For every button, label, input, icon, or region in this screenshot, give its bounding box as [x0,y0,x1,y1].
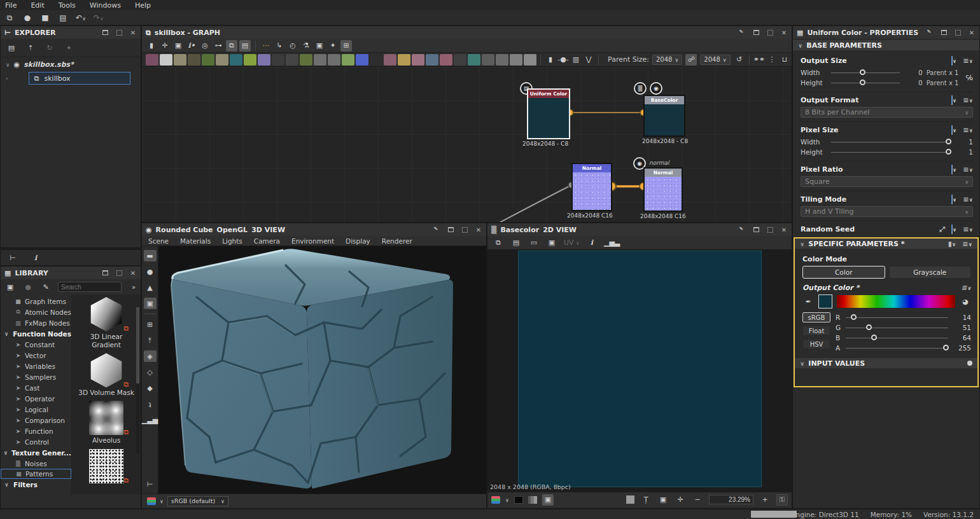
comment-icon[interactable]: ▮ [545,54,556,66]
node-type-icon[interactable] [314,54,326,66]
library-asset-3d-volume-mask[interactable]: ⧉ [89,353,123,387]
param-menu-icon[interactable] [962,240,972,248]
library-item-patterns[interactable]: ▩Patterns [1,469,71,479]
zoom-out-icon[interactable]: ─ [692,494,703,506]
fit-view-icon[interactable]: ▣ [657,494,669,506]
library-item-function-nodes[interactable]: Function Nodes [1,328,71,339]
width-slider[interactable] [831,73,900,73]
node-type-icon[interactable] [188,54,200,66]
float-button[interactable]: Float [802,326,830,336]
export-icon[interactable]: ⇡ [25,42,36,53]
color-picker-icon[interactable]: ◕ [960,296,971,307]
base-parameters-section[interactable]: BASE PARAMETERS [793,40,979,50]
float-icon[interactable] [447,226,454,233]
paint-filter-icon[interactable]: ● [22,281,34,293]
b-slider[interactable] [846,338,948,338]
color-mode-color-button[interactable]: Color [802,266,885,279]
environment-icon[interactable]: ▲ [144,282,157,293]
node-param-icon[interactable] [951,225,957,233]
close-icon[interactable] [780,29,788,36]
node-type-icon[interactable] [510,54,522,66]
library-scrollbar[interactable] [136,307,139,453]
height-slider[interactable] [831,152,950,153]
undo-icon[interactable]: ↶ [75,12,87,24]
scene-tree-icon[interactable]: ⊢ [144,478,157,490]
eyedropper-icon[interactable]: ✒ [802,296,814,307]
collapse-icon[interactable] [6,60,10,69]
specific-parameters-section[interactable]: SPECIFIC PARAMETERS * ▮ [795,239,977,249]
parent-height-dropdown[interactable]: 2048 [700,55,730,65]
node-type-icon[interactable] [454,54,466,66]
uv-toggle[interactable]: UV [564,237,580,249]
node-type-icon[interactable] [328,54,340,66]
node-type-icon[interactable] [468,54,480,66]
node-type-icon[interactable] [160,54,172,66]
output-format-dropdown[interactable]: 8 Bits per Channel [801,107,973,118]
hsv-button[interactable]: HSV [802,339,830,349]
menu-windows[interactable]: Windows [90,1,121,10]
node-type-icon[interactable] [496,54,508,66]
save-image-icon[interactable]: ▤ [510,237,522,249]
library-item-comparison[interactable]: ➤Comparison [1,415,71,426]
close-icon[interactable] [475,226,482,233]
float-icon[interactable] [752,226,760,233]
info-icon[interactable]: i• [186,40,197,52]
edit-icon[interactable]: ✎ [40,281,52,293]
input-values-section[interactable]: INPUT VALUES [795,358,977,368]
library-asset-alveolus[interactable]: ⧉ [89,401,123,435]
library-item-control[interactable]: ➤Control [1,436,71,447]
screenshot-icon[interactable]: ▣ [172,40,184,52]
link-percent-icon[interactable]: ℅ [966,74,973,82]
graph-mode-icon[interactable]: ⧉ [226,40,237,52]
pan-icon[interactable]: ✛ [675,494,686,506]
library-item-fxmap-nodes[interactable]: ▥FxMap Nodes [1,317,71,328]
info-icon[interactable]: i [586,237,598,249]
node-param-icon[interactable] [951,57,957,65]
node-normal-output[interactable]: Normal [643,167,683,212]
node-basecolor[interactable]: BaseColor [643,95,685,137]
graph-tree-item[interactable]: ⧉ skillbox [29,72,130,85]
menu-camera[interactable]: Camera [254,237,280,245]
close-icon[interactable] [129,29,137,36]
param-menu-icon[interactable] [963,165,973,174]
gray-swatch[interactable] [626,495,634,504]
display-monitor-icon[interactable]: ▣ [542,494,554,506]
dot-node-icon[interactable]: -●- [557,54,569,66]
add-folder-icon[interactable]: ▣ [4,281,16,293]
package-row[interactable]: ◉ skillbox.sbs* [1,57,141,71]
node-uniform-color[interactable]: Uniform Color [527,88,570,139]
view-2d-viewport[interactable]: 2048 x 2048 (RGBA, 8bpc) [487,250,792,492]
chain-icon[interactable]: ⚭⚭ [753,54,765,66]
maximize-icon[interactable] [115,29,123,36]
param-menu-icon[interactable] [961,284,971,292]
node-type-icon[interactable] [244,54,256,66]
search-more-icon[interactable]: » [128,281,139,293]
node-param-icon[interactable] [951,126,957,134]
histogram-icon[interactable]: ▁▃▅ [144,414,157,426]
library-asset-3d-linear-gradient[interactable]: ⧉ [89,297,123,331]
node-type-icon[interactable] [286,54,298,66]
library-item-logical[interactable]: ➤Logical [1,404,71,415]
library-item-graph-items[interactable]: ■Graph Items [1,296,71,307]
zoom-in-icon[interactable]: + [759,494,771,506]
graph-canvas[interactable]: ▤ Uniform Color 2048x2048 - C8 ▒ ◉ BaseC… [142,67,792,222]
menu-lights[interactable]: Lights [222,237,242,245]
clean-icon[interactable]: ✦ [63,42,74,53]
background-icon[interactable]: ▣ [546,237,557,249]
node-type-icon[interactable] [174,54,186,66]
link-cursor-icon[interactable]: ⊶ [213,40,224,52]
library-item-constant[interactable]: ➤Constant [1,339,71,350]
pin-icon[interactable] [737,225,748,235]
link-wh-icon[interactable]: ☍ [685,54,697,66]
close-icon[interactable] [780,226,788,233]
paint-icon[interactable]: ● [22,12,33,24]
node-type-icon[interactable] [398,54,410,66]
channels-icon[interactable] [528,496,537,504]
timer-icon[interactable]: ◴ [287,40,298,52]
clean-icon[interactable]: ✦ [327,40,339,52]
library-item-texture-generators[interactable]: Texture Gener... [1,447,71,458]
library-item-samplers[interactable]: ➤Samplers [1,371,71,382]
menu-tools[interactable]: Tools [59,1,76,10]
pin-node-icon[interactable]: ⋁ [583,54,594,66]
menu-scene[interactable]: Scene [148,237,169,245]
